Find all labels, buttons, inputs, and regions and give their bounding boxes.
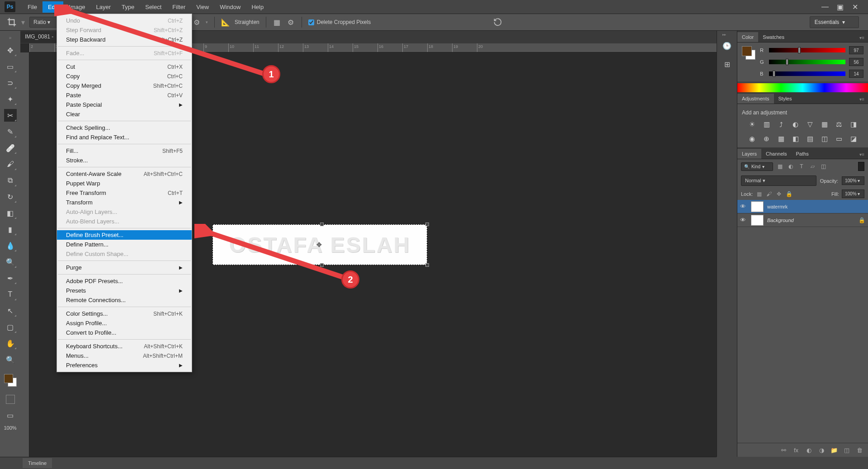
layer-filter-dropdown[interactable]: 🔍 Kind ▾ xyxy=(741,162,773,171)
timeline-tab[interactable]: Timeline xyxy=(23,458,52,468)
menu-view[interactable]: View xyxy=(191,1,214,13)
lasso-tool[interactable]: ⊃ xyxy=(4,76,17,89)
menu-item-find-and-replace-text-[interactable]: Find and Replace Text... xyxy=(57,133,192,142)
menu-item-remote-connections-[interactable]: Remote Connections... xyxy=(57,295,192,305)
properties-panel-icon[interactable]: ⊞ xyxy=(721,58,733,70)
tab-channels[interactable]: Channels xyxy=(761,149,791,159)
lock-all-icon[interactable]: 🔒 xyxy=(785,190,793,198)
delete-cropped-checkbox[interactable]: Delete Cropped Pixels xyxy=(308,19,371,25)
menu-layer[interactable]: Layer xyxy=(91,1,117,13)
marquee-tool[interactable]: ▭ xyxy=(4,60,17,73)
opacity-input[interactable]: 100% ▾ xyxy=(842,176,864,185)
pixel-filter-icon[interactable]: ▦ xyxy=(776,162,784,171)
menu-item-check-spelling-[interactable]: Check Spelling... xyxy=(57,123,192,133)
menu-item-adobe-pdf-presets-[interactable]: Adobe PDF Presets... xyxy=(57,276,192,286)
filter-toggle[interactable] xyxy=(858,162,864,171)
menu-item-purge[interactable]: Purge▶ xyxy=(57,263,192,272)
menu-help[interactable]: Help xyxy=(246,1,269,13)
menu-item-define-pattern-[interactable]: Define Pattern... xyxy=(57,240,192,249)
menu-edit[interactable]: Edit xyxy=(42,1,63,13)
brush-tool[interactable]: 🖌 xyxy=(4,158,17,171)
brightness-icon[interactable]: ☀ xyxy=(747,119,757,129)
selection-marquee[interactable]: OSTAFA ESLAH ✥ xyxy=(212,224,427,265)
tab-layers[interactable]: Layers xyxy=(737,149,761,159)
fill-input[interactable]: 100% ▾ xyxy=(842,189,864,198)
maximize-button[interactable]: ▣ xyxy=(836,3,844,11)
menu-window[interactable]: Window xyxy=(214,1,246,13)
visibility-icon[interactable]: 👁 xyxy=(740,217,747,223)
color-swatches[interactable] xyxy=(4,374,17,387)
shape-tool[interactable]: ▢ xyxy=(4,321,17,333)
bw-icon[interactable]: ◨ xyxy=(849,119,859,129)
close-button[interactable]: ✕ xyxy=(851,3,859,11)
ratio-dropdown[interactable]: Ratio ▾ xyxy=(29,17,59,28)
photo-filter-icon[interactable]: ◉ xyxy=(747,134,757,144)
tab-color[interactable]: Color xyxy=(737,32,758,42)
straighten-label[interactable]: Straighten xyxy=(235,19,259,25)
healing-brush-tool[interactable]: 🩹 xyxy=(4,142,17,154)
type-filter-icon[interactable]: T xyxy=(797,162,806,171)
r-slider[interactable] xyxy=(769,48,845,52)
menu-item-assign-profile-[interactable]: Assign Profile... xyxy=(57,318,192,328)
blend-mode-dropdown[interactable]: Normal ▾ xyxy=(741,175,816,186)
layer-thumbnail[interactable] xyxy=(751,215,764,226)
layer-row[interactable]: 👁 watermrk xyxy=(737,200,868,213)
menu-item-color-settings-[interactable]: Color Settings...Shift+Ctrl+K xyxy=(57,309,192,318)
color-lookup-icon[interactable]: ▦ xyxy=(776,134,786,144)
levels-icon[interactable]: ▥ xyxy=(762,119,772,129)
pen-tool[interactable]: ✒ xyxy=(4,272,17,284)
posterize-icon[interactable]: ▤ xyxy=(805,134,815,144)
layer-name[interactable]: watermrk xyxy=(767,204,865,209)
menu-select[interactable]: Select xyxy=(140,1,167,13)
history-brush-tool[interactable]: ↻ xyxy=(4,190,17,203)
menu-item-content-aware-scale[interactable]: Content-Aware ScaleAlt+Shift+Ctrl+C xyxy=(57,169,192,179)
panel-menu-icon[interactable]: ▾≡ xyxy=(856,150,868,159)
screen-mode-icon[interactable]: ▭ xyxy=(7,411,14,420)
eraser-tool[interactable]: ◧ xyxy=(4,207,17,219)
zoom-tool[interactable]: 🔍 xyxy=(4,353,17,366)
layer-mask-icon[interactable]: ◐ xyxy=(805,446,813,454)
curves-icon[interactable]: ⤴ xyxy=(776,119,786,129)
menu-item-menus-[interactable]: Menus...Alt+Shift+Ctrl+M xyxy=(57,351,192,360)
lock-position-icon[interactable]: ✥ xyxy=(775,190,783,198)
gear-icon[interactable]: ⚙ xyxy=(286,18,295,27)
menu-item-transform[interactable]: Transform▶ xyxy=(57,198,192,207)
gradient-map-icon[interactable]: ▭ xyxy=(834,134,844,144)
panel-menu-icon[interactable]: ▾≡ xyxy=(856,33,868,42)
exposure-icon[interactable]: ◐ xyxy=(791,119,801,129)
color-picker-swatch[interactable] xyxy=(742,46,755,60)
layer-fx-icon[interactable]: fx xyxy=(792,446,800,454)
new-layer-icon[interactable]: ◫ xyxy=(843,446,851,454)
layer-row[interactable]: 👁 Background 🔒 xyxy=(737,213,868,227)
invert-icon[interactable]: ◧ xyxy=(791,134,801,144)
tab-styles[interactable]: Styles xyxy=(774,94,797,104)
menu-item-paste-special[interactable]: Paste Special▶ xyxy=(57,100,192,109)
crop-tool[interactable]: ✂ xyxy=(4,109,17,122)
menu-item-clear[interactable]: Clear xyxy=(57,109,192,119)
tab-adjustments[interactable]: Adjustments xyxy=(737,94,774,104)
channel-mixer-icon[interactable]: ⊕ xyxy=(762,134,772,144)
minimize-button[interactable]: — xyxy=(821,3,829,11)
r-value[interactable]: 97 xyxy=(849,46,863,54)
menu-item-free-transform[interactable]: Free TransformCtrl+T xyxy=(57,188,192,198)
menu-type[interactable]: Type xyxy=(116,1,140,13)
menu-item-step-backward[interactable]: Step BackwardAlt+Ctrl+Z xyxy=(57,35,192,44)
settings-gear-icon[interactable]: ⚙ xyxy=(192,18,201,27)
quick-mask-icon[interactable] xyxy=(6,395,15,404)
layer-name[interactable]: Background xyxy=(767,218,855,223)
eyedropper-tool[interactable]: ✎ xyxy=(4,125,17,138)
straighten-icon[interactable]: 📐 xyxy=(221,18,230,27)
magic-wand-tool[interactable]: ✦ xyxy=(4,93,17,105)
menu-item-copy[interactable]: CopyCtrl+C xyxy=(57,71,192,81)
workspace-dropdown[interactable]: Essentials ▾ xyxy=(810,16,859,28)
type-tool[interactable]: T xyxy=(4,288,17,301)
clone-stamp-tool[interactable]: ⧉ xyxy=(4,174,17,187)
panel-menu-icon[interactable]: ▾≡ xyxy=(856,95,868,104)
vibrance-icon[interactable]: ▽ xyxy=(805,119,815,129)
move-tool[interactable]: ✥ xyxy=(4,44,17,57)
collapse-icon[interactable]: ▸▸ xyxy=(722,33,731,36)
gradient-tool[interactable]: ▮ xyxy=(4,223,17,236)
b-slider[interactable] xyxy=(769,71,845,76)
selective-color-icon[interactable]: ◪ xyxy=(849,134,859,144)
g-value[interactable]: 56 xyxy=(849,58,863,66)
